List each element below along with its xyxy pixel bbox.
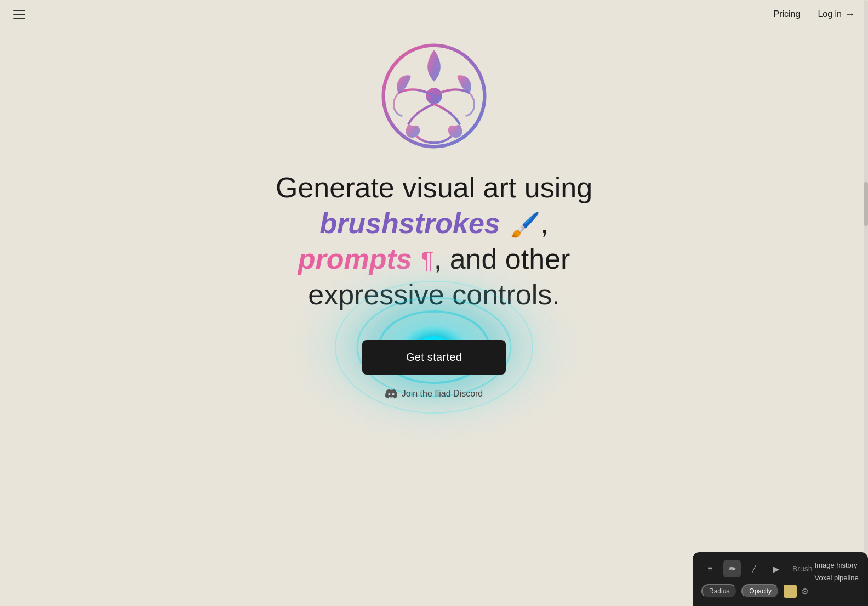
toolbar-arrow-icon: ▶ <box>773 564 779 574</box>
expressive-controls-text: expressive controls. <box>308 279 560 310</box>
brushstrokes-text: brushstrokes <box>319 207 500 239</box>
toolbar-menu-button[interactable]: ≡ <box>701 560 719 577</box>
hamburger-menu-button[interactable] <box>13 7 28 22</box>
toolbar-brush-button[interactable]: ✏ <box>723 560 741 577</box>
logo <box>376 38 492 154</box>
login-arrow-icon: → <box>845 9 855 20</box>
toolbar-left-controls: ≡ ✏ ╱ ▶ Brush Radius Opacity ⚙ <box>701 560 813 598</box>
image-history-dropdown[interactable]: Image history ▾ <box>813 560 868 570</box>
login-link[interactable]: Log in → <box>818 9 855 20</box>
toolbar-eraser-icon: ╱ <box>752 565 756 573</box>
hero-line1: Generate visual art using <box>276 172 592 203</box>
toolbar-bottom-row: Radius Opacity ⚙ <box>701 584 813 598</box>
hero-text: Generate visual art using brushstrokes 🖌… <box>276 170 592 313</box>
comma1: , <box>540 207 548 239</box>
toolbar: ≡ ✏ ╱ ▶ Brush Radius Opacity ⚙ <box>693 552 868 606</box>
toolbar-eraser-button[interactable]: ╱ <box>745 560 763 577</box>
settings-icon[interactable]: ⚙ <box>801 586 809 597</box>
voxel-pipeline-dropdown[interactable]: Voxel pipeline ▾ <box>813 573 868 583</box>
pricing-link[interactable]: Pricing <box>774 9 801 19</box>
toolbar-right-dropdowns: Image history ▾ Voxel pipeline ▾ <box>813 560 868 583</box>
toolbar-top-row: ≡ ✏ ╱ ▶ Brush <box>701 560 813 577</box>
discord-text: Join the Iliad Discord <box>402 389 483 399</box>
main-content: Generate visual art using brushstrokes 🖌… <box>0 0 868 606</box>
navbar: Pricing Log in → <box>0 0 868 29</box>
toolbar-brush-icon: ✏ <box>729 564 736 574</box>
cta-section: Get started Join the Iliad Discord <box>362 340 506 400</box>
get-started-button[interactable]: Get started <box>362 340 506 375</box>
scrollbar-thumb[interactable] <box>864 182 868 226</box>
toolbar-brush-label: Brush <box>792 564 813 573</box>
discord-link[interactable]: Join the Iliad Discord <box>385 388 483 400</box>
opacity-button[interactable]: Opacity <box>741 584 779 598</box>
brush-emoji: 🖌️ <box>510 211 540 238</box>
discord-icon <box>385 388 397 400</box>
login-label: Log in <box>818 9 842 19</box>
scrollbar[interactable] <box>864 0 868 606</box>
nav-right: Pricing Log in → <box>774 9 855 20</box>
radius-button[interactable]: Radius <box>701 584 737 598</box>
toolbar-menu-icon: ≡ <box>707 564 712 574</box>
prompts-text: prompts <box>298 243 412 275</box>
toolbar-layout: ≡ ✏ ╱ ▶ Brush Radius Opacity ⚙ <box>701 560 859 598</box>
pilcrow-icon: ¶ <box>421 247 434 274</box>
color-swatch[interactable] <box>784 585 797 598</box>
and-other-text: , and other <box>434 243 570 275</box>
toolbar-arrow-button[interactable]: ▶ <box>767 560 785 577</box>
image-history-label: Image history <box>815 561 858 569</box>
voxel-pipeline-label: Voxel pipeline <box>815 574 859 582</box>
